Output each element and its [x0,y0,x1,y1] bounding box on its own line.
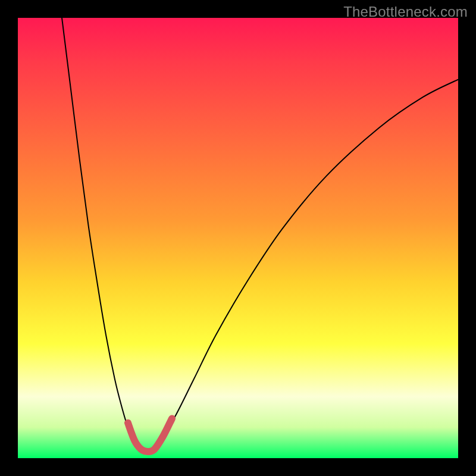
watermark-text: TheBottleneck.com [343,4,468,20]
chart-stage: TheBottleneck.com [0,0,476,476]
curve-left-branch [62,18,141,449]
curve-right-branch [154,80,458,450]
curve-bottom-highlight [128,418,172,452]
chart-svg [18,18,458,458]
plot-area [18,18,458,458]
